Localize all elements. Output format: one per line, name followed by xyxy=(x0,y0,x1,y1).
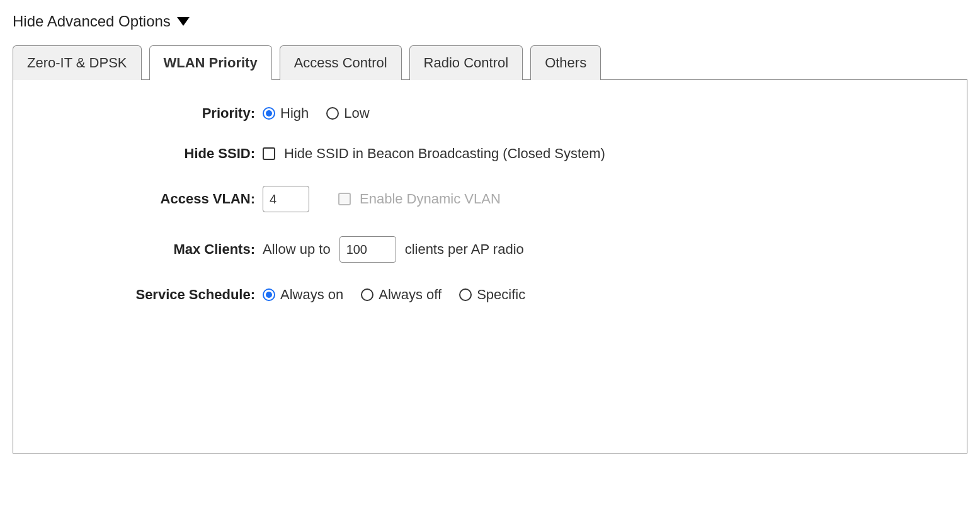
dynamic-vlan-label: Enable Dynamic VLAN xyxy=(360,191,501,207)
priority-label: Priority: xyxy=(36,105,263,122)
priority-high-label: High xyxy=(280,105,309,122)
tab-radio-control[interactable]: Radio Control xyxy=(409,45,523,80)
access-vlan-label: Access VLAN: xyxy=(36,191,263,207)
field-service-schedule: Service Schedule: Always on Always off S… xyxy=(36,287,944,303)
schedule-specific-radio[interactable]: Specific xyxy=(459,287,525,303)
dynamic-vlan-checkbox xyxy=(338,193,351,205)
schedule-always-off-label: Always off xyxy=(379,287,442,303)
service-schedule-label: Service Schedule: xyxy=(36,287,263,303)
max-clients-prefix: Allow up to xyxy=(263,241,331,258)
hide-advanced-options-label: Hide Advanced Options xyxy=(13,13,171,30)
hide-ssid-label: Hide SSID: xyxy=(36,145,263,162)
chevron-down-icon xyxy=(177,17,190,26)
schedule-always-off-radio[interactable]: Always off xyxy=(361,287,442,303)
hide-advanced-options-toggle[interactable]: Hide Advanced Options xyxy=(13,13,967,30)
field-priority: Priority: High Low xyxy=(36,105,944,122)
advanced-options-tabs: Zero-IT & DPSK WLAN Priority Access Cont… xyxy=(13,45,967,453)
max-clients-label: Max Clients: xyxy=(36,241,263,258)
tab-wlan-priority[interactable]: WLAN Priority xyxy=(149,45,272,80)
schedule-specific-label: Specific xyxy=(477,287,525,303)
hide-ssid-checkbox-label: Hide SSID in Beacon Broadcasting (Closed… xyxy=(284,145,605,162)
max-clients-suffix: clients per AP radio xyxy=(405,241,524,258)
tab-zero-it-dpsk[interactable]: Zero-IT & DPSK xyxy=(13,45,142,80)
tab-access-control[interactable]: Access Control xyxy=(280,45,402,80)
field-max-clients: Max Clients: Allow up to clients per AP … xyxy=(36,236,944,263)
wlan-priority-panel: Priority: High Low Hide SSID: Hide SSID … xyxy=(13,79,967,453)
max-clients-input[interactable] xyxy=(339,236,396,263)
hide-ssid-checkbox[interactable] xyxy=(263,147,275,160)
schedule-always-on-label: Always on xyxy=(280,287,343,303)
priority-low-label: Low xyxy=(344,105,369,122)
priority-high-radio[interactable]: High xyxy=(263,105,309,122)
access-vlan-input[interactable] xyxy=(263,186,309,212)
field-hide-ssid: Hide SSID: Hide SSID in Beacon Broadcast… xyxy=(36,145,944,162)
priority-low-radio[interactable]: Low xyxy=(326,105,369,122)
schedule-always-on-radio[interactable]: Always on xyxy=(263,287,343,303)
tab-others[interactable]: Others xyxy=(530,45,601,80)
field-access-vlan: Access VLAN: Enable Dynamic VLAN xyxy=(36,186,944,212)
